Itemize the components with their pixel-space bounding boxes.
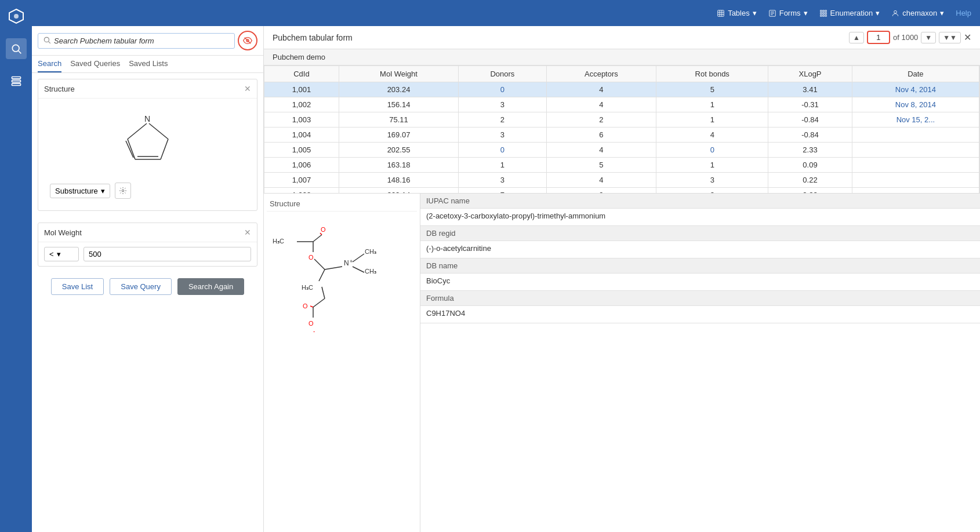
molecule-display[interactable]: N [44,104,251,174]
table-row[interactable]: 1,001203.240453.41Nov 4, 2014 [264,82,979,97]
content-area: CdId Mol Weight Donors Acceptors Rot bon… [264,65,980,532]
mol-weight-input[interactable] [84,247,251,261]
search-bar-row [32,26,263,56]
sidebar-search-icon[interactable] [6,38,27,59]
mol-weight-close-button[interactable]: ✕ [244,228,251,237]
svg-text:O: O [308,320,314,327]
structure-header: Structure ✕ [38,79,257,99]
structure-section: Structure ✕ N [38,79,257,211]
col-xlogp[interactable]: XLogP [768,66,852,82]
formula-row: Formula C9H17NO4 [420,291,980,323]
svg-text:CH₃: CH₃ [365,268,376,275]
svg-rect-20 [822,12,823,13]
data-table: CdId Mol Weight Donors Acceptors Rot bon… [264,65,979,193]
table-row[interactable]: 1,005202.550402.33 [264,143,979,158]
enumeration-menu[interactable]: Enumeration ▾ [819,9,880,17]
table-row[interactable]: 1,004169.07364-0.84 [264,127,979,143]
data-table-wrapper[interactable]: CdId Mol Weight Donors Acceptors Rot bon… [264,65,980,193]
formula-label: Formula [420,291,980,306]
search-icon [43,36,51,46]
col-rot-bonds[interactable]: Rot bonds [656,66,768,82]
save-list-button[interactable]: Save List [51,278,104,295]
results-sub-header: Pubchem demo [264,49,980,65]
tab-saved-queries[interactable]: Saved Queries [70,59,120,72]
eye-button[interactable] [238,31,257,50]
settings-button[interactable] [115,183,131,199]
search-input-wrapper [38,33,235,49]
svg-line-27 [49,41,50,43]
svg-line-50 [353,254,364,262]
col-acceptors[interactable]: Acceptors [546,66,656,82]
mol-weight-header: Mol Weight ✕ [38,223,257,242]
table-row[interactable]: 1,008260.147920.22 [264,188,979,194]
action-buttons: Save List Save Query Search Again [32,272,263,301]
formula-value: C9H17NO4 [420,306,980,323]
svg-point-1 [14,14,19,19]
sidebar-list-icon[interactable] [6,71,27,92]
svg-line-36 [149,123,168,139]
svg-line-47 [325,267,342,269]
results-title: Pubchem tabular form [273,33,353,42]
structure-close-button[interactable]: ✕ [244,84,251,93]
svg-rect-18 [825,10,826,11]
svg-line-56 [322,287,325,298]
svg-line-54 [319,269,325,281]
page-up-button[interactable]: ▲ [849,32,864,43]
substructure-row: Substructure ▾ [44,180,251,205]
svg-text:CH₃: CH₃ [365,248,376,255]
svg-rect-19 [820,12,821,13]
svg-line-41 [313,235,322,242]
search-input[interactable] [54,37,230,45]
svg-line-42 [320,233,322,235]
search-again-button[interactable]: Search Again [177,278,244,295]
table-row[interactable]: 1,00375.11221-0.84Nov 15, 2... [264,112,979,127]
svg-line-52 [353,267,364,272]
svg-rect-4 [12,77,20,79]
page-input[interactable] [867,31,890,44]
svg-text:O: O [308,254,314,261]
tab-saved-lists[interactable]: Saved Lists [129,59,168,72]
save-query-button[interactable]: Save Query [110,278,172,295]
svg-line-57 [313,298,325,307]
svg-point-26 [44,37,49,42]
iupac-value: (2-acetoxy-3-carboxylato-propyl)-trimeth… [420,209,980,226]
svg-line-32 [128,139,135,159]
col-mol-weight[interactable]: Mol Weight [339,66,458,82]
svg-rect-23 [822,14,823,16]
svg-rect-16 [820,10,821,11]
svg-point-38 [122,190,124,192]
structure-body: N [38,99,257,210]
table-row[interactable]: 1,007148.163430.22 [264,173,979,188]
detail-area: Structure H₃C O O N [264,193,980,532]
substructure-dropdown[interactable]: Substructure ▾ [50,184,110,198]
help-link[interactable]: Help [956,9,971,17]
detail-info-panel: IUPAC name (2-acetoxy-3-carboxylato-prop… [420,194,980,532]
svg-line-46 [314,259,325,269]
svg-text:O: O [321,226,326,233]
user-menu[interactable]: chemaxon ▾ [891,9,944,17]
tab-search[interactable]: Search [38,59,61,72]
svg-rect-21 [825,12,826,13]
app-logo [6,6,27,27]
col-cdid[interactable]: CdId [264,66,339,82]
search-panel: Search Saved Queries Saved Lists Structu… [32,26,264,532]
svg-text:H₃C: H₃C [273,238,284,245]
results-close-button[interactable]: ✕ [964,32,971,43]
table-row[interactable]: 1,006163.181510.09 [264,158,979,173]
tables-menu[interactable]: Tables ▾ [717,9,757,17]
svg-line-31 [128,123,147,139]
svg-line-58 [310,306,313,307]
col-donors[interactable]: Donors [459,66,546,82]
db-name-label: DB name [420,258,980,274]
page-last-button[interactable]: ▼▼ [939,32,961,43]
forms-menu[interactable]: Forms ▾ [768,9,808,17]
operator-dropdown[interactable]: < ▾ [44,247,79,261]
pagination-controls: ▲ of 1000 ▼ ▼▼ ✕ [849,31,971,44]
mol-weight-section: Mol Weight ✕ < ▾ [38,223,257,267]
svg-text:-: - [313,328,315,334]
page-down-button[interactable]: ▼ [921,32,936,43]
table-row[interactable]: 1,002156.14341-0.31Nov 8, 2014 [264,97,979,112]
db-name-row: DB name BioCyc [420,258,980,291]
svg-text:O: O [303,303,308,309]
col-date[interactable]: Date [852,66,979,82]
